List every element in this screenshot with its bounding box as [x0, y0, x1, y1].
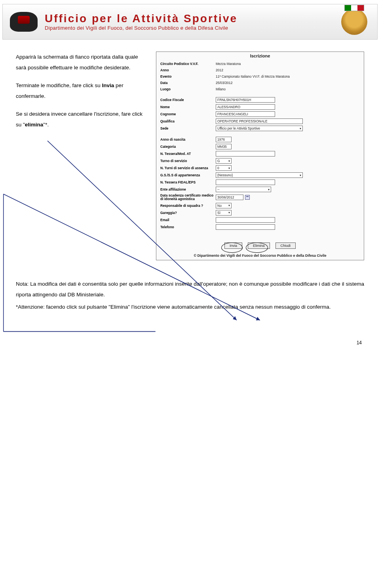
instruction-p1: Apparirà la schermata di fianco riportat…: [16, 52, 146, 73]
banner-text-block: Ufficio per le Attività Sportive Diparti…: [41, 13, 335, 31]
label-anno: Anno: [160, 68, 216, 72]
instruction-p3: Se si desidera invece cancellare l'iscri…: [16, 109, 146, 130]
chevron-down-icon: ▾: [268, 188, 270, 191]
nome-field[interactable]: ALESSANDRO: [216, 104, 275, 110]
value-anno: 2012: [216, 68, 223, 72]
form-copyright: © Dipartimento dei Vigili del Fuoco del …: [156, 251, 364, 258]
fidal-field[interactable]: [216, 179, 275, 185]
chiudi-button[interactable]: Chiudi: [276, 242, 296, 249]
chevron-down-icon: ▾: [228, 159, 230, 163]
page-number: 14: [16, 340, 364, 346]
label-data: Data: [160, 81, 216, 85]
banner-subtitle: Dipartimento dei Vigili del Fuoco, del S…: [45, 25, 335, 31]
email-field[interactable]: [216, 217, 275, 223]
label-tessera-at: N. Tessera/Mod. AT: [160, 152, 216, 156]
attenzione-text: *Attenzione: facendo click sul pulsante …: [16, 302, 364, 312]
instruction-p2: Terminate le modifiche, fare click su In…: [16, 80, 146, 101]
sede-select[interactable]: Ufficio per le Attività Sportive▾: [216, 126, 303, 131]
chevron-down-icon: ▾: [228, 211, 230, 214]
coni-crest-icon: [335, 7, 373, 37]
label-gareggia: Gareggia?: [160, 211, 216, 215]
label-cert: Data scadenza certificato medico di idon…: [160, 194, 216, 201]
label-luogo: Luogo: [160, 87, 216, 91]
header-banner: Ufficio per le Attività Sportive Diparti…: [2, 4, 378, 40]
vvf-helmet-icon: [7, 7, 41, 37]
iscrizione-form-screenshot: Iscrizione Circuito Podistico V.V.F.Mezz…: [156, 52, 364, 260]
categoria-field[interactable]: MM35: [216, 144, 232, 149]
label-circuito: Circuito Podistico V.V.F.: [160, 62, 216, 66]
label-anno-nascita: Anno di nascita: [160, 137, 216, 141]
chevron-down-icon: ▾: [300, 127, 301, 130]
invia-button[interactable]: Invia: [224, 242, 242, 249]
label-sede: Sede: [160, 126, 216, 130]
label-qualifica: Qualifica: [160, 119, 216, 123]
label-email: Email: [160, 218, 216, 222]
turno-select[interactable]: G▾: [216, 158, 232, 164]
form-title: Iscrizione: [156, 52, 364, 61]
chevron-down-icon: ▾: [228, 166, 230, 170]
anno-nascita-field[interactable]: 1976: [216, 137, 232, 142]
value-luogo: Milano: [216, 87, 226, 91]
gs-select[interactable]: (Nessuno)▾: [216, 172, 303, 178]
keyword-elimina: elimina: [25, 122, 44, 128]
banner-title: Ufficio per le Attività Sportive: [45, 13, 335, 24]
label-turno: Turno di servizio: [160, 159, 216, 163]
instruction-text: Apparirà la schermata di fianco riportat…: [16, 52, 146, 137]
chevron-down-icon: ▾: [228, 204, 230, 207]
label-cf: Codice Fiscale: [160, 98, 216, 102]
resp-select[interactable]: No▾: [216, 203, 232, 208]
nota-text: Nota: La modifica dei dati è consentita …: [16, 279, 364, 300]
form-buttons-row: Invia Elimina Chiudi: [156, 231, 364, 251]
qualifica-field[interactable]: OPERATORE PROFESSIONALE: [216, 118, 303, 124]
assenza-select[interactable]: 0▾: [216, 165, 232, 171]
chevron-down-icon: ▾: [300, 174, 301, 177]
label-categoria: Categoria: [160, 145, 216, 149]
ente-select[interactable]: --▾: [216, 187, 271, 192]
cf-field[interactable]: FRNLSN76H07H501H: [216, 97, 275, 103]
label-evento: Evento: [160, 74, 216, 78]
value-circuito: Mezza Maratona: [216, 62, 241, 66]
keyword-invia: Invia: [102, 82, 114, 88]
tel-field[interactable]: [216, 224, 275, 230]
label-cognome: Cognome: [160, 112, 216, 116]
label-fidal: N. Tessera FIDAL/EPS: [160, 180, 216, 184]
elimina-button[interactable]: Elimina: [248, 242, 270, 249]
bottom-notes: Nota: La modifica dei dati è consentita …: [16, 279, 364, 312]
value-data: 25/03/2012: [216, 81, 233, 85]
tessera-at-field[interactable]: [216, 151, 275, 157]
label-tel: Telefono: [160, 225, 216, 229]
label-gs: G.S./S.S di appartenenza: [160, 173, 216, 177]
label-assenza: N. Turni di servizio di assenza: [160, 166, 216, 170]
value-evento: 11º Campionato Italiano VV.F. di Mezza M…: [216, 74, 290, 78]
gareggia-select[interactable]: Sì▾: [216, 210, 232, 216]
cognome-field[interactable]: FRANCESCANGELI: [216, 111, 275, 117]
label-nome: Nome: [160, 105, 216, 109]
label-resp: Responsabile di squadra ?: [160, 204, 216, 208]
calendar-icon[interactable]: [245, 195, 250, 200]
cert-field[interactable]: 30/06/2012: [216, 195, 243, 200]
label-ente: Ente affiliazione: [160, 187, 216, 191]
